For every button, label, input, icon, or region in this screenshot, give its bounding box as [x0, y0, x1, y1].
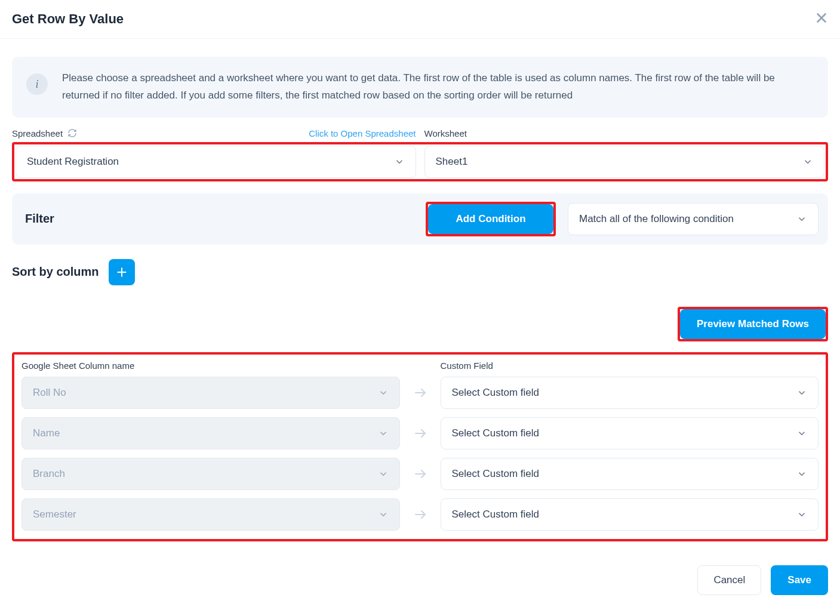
chevron-down-icon	[394, 156, 405, 167]
chevron-down-icon	[796, 428, 807, 439]
chevron-down-icon	[796, 469, 807, 479]
highlight-preview: Preview Matched Rows	[678, 307, 828, 341]
column-select[interactable]: Semester	[21, 498, 400, 531]
sort-title: Sort by column	[12, 265, 99, 279]
sort-row: Sort by column	[12, 259, 828, 285]
add-sort-button[interactable]	[109, 259, 135, 285]
filter-title: Filter	[25, 212, 414, 226]
arrow-icon	[408, 386, 432, 400]
info-banner: i Please choose a spreadsheet and a work…	[12, 57, 828, 118]
worksheet-value: Sheet1	[436, 156, 468, 168]
plus-icon	[116, 266, 128, 278]
close-icon	[815, 11, 828, 24]
arrow-icon	[408, 426, 432, 441]
add-condition-button[interactable]: Add Condition	[428, 204, 553, 234]
dialog-footer: Cancel Save	[12, 565, 828, 595]
chevron-down-icon	[378, 469, 389, 479]
custom-field-select[interactable]: Select Custom field	[441, 377, 819, 409]
info-text: Please choose a spreadsheet and a worksh…	[62, 70, 814, 104]
chevron-down-icon	[378, 387, 389, 398]
highlight-selectors: Student Registration Sheet1	[12, 142, 828, 181]
spreadsheet-value: Student Registration	[27, 156, 119, 168]
match-condition-select[interactable]: Match all of the following condition	[568, 203, 819, 235]
mapping-row: Name Select Custom field	[21, 417, 819, 449]
match-condition-value: Match all of the following condition	[579, 213, 734, 225]
arrow-icon	[408, 507, 432, 522]
chevron-down-icon	[802, 156, 813, 167]
arrow-icon	[408, 467, 432, 481]
spreadsheet-select[interactable]: Student Registration	[16, 146, 416, 178]
spreadsheet-label: Spreadsheet	[12, 128, 63, 138]
worksheet-select[interactable]: Sheet1	[424, 146, 825, 178]
chevron-down-icon	[796, 509, 807, 520]
column-select[interactable]: Branch	[21, 458, 400, 490]
save-button[interactable]: Save	[771, 565, 828, 595]
open-spreadsheet-link[interactable]: Click to Open Spreadsheet	[309, 128, 416, 138]
custom-field-select[interactable]: Select Custom field	[441, 498, 819, 531]
highlight-mapping: Google Sheet Column name Custom Field Ro…	[12, 352, 828, 541]
highlight-add-condition: Add Condition	[426, 202, 556, 236]
custom-field-select[interactable]: Select Custom field	[441, 458, 819, 490]
mapping-row: Semester Select Custom field	[21, 498, 819, 531]
custom-field-select[interactable]: Select Custom field	[441, 417, 819, 449]
mapping-row: Branch Select Custom field	[21, 458, 819, 490]
dialog-title: Get Row By Value	[12, 11, 124, 27]
chevron-down-icon	[796, 214, 807, 224]
cancel-button[interactable]: Cancel	[697, 565, 761, 595]
close-button[interactable]	[815, 11, 828, 27]
column-select[interactable]: Name	[21, 417, 400, 449]
column-select[interactable]: Roll No	[21, 377, 400, 409]
dialog-header: Get Row By Value	[0, 0, 840, 39]
refresh-icon[interactable]	[67, 128, 77, 138]
mapping-row: Roll No Select Custom field	[21, 377, 819, 409]
worksheet-label: Worksheet	[424, 128, 467, 138]
chevron-down-icon	[378, 509, 389, 520]
chevron-down-icon	[378, 428, 389, 439]
custom-field-header: Custom Field	[441, 361, 819, 371]
chevron-down-icon	[796, 387, 807, 398]
column-name-header: Google Sheet Column name	[21, 361, 400, 371]
info-icon: i	[26, 73, 48, 95]
filter-bar: Filter Add Condition Match all of the fo…	[12, 193, 828, 245]
preview-button[interactable]: Preview Matched Rows	[680, 309, 826, 339]
